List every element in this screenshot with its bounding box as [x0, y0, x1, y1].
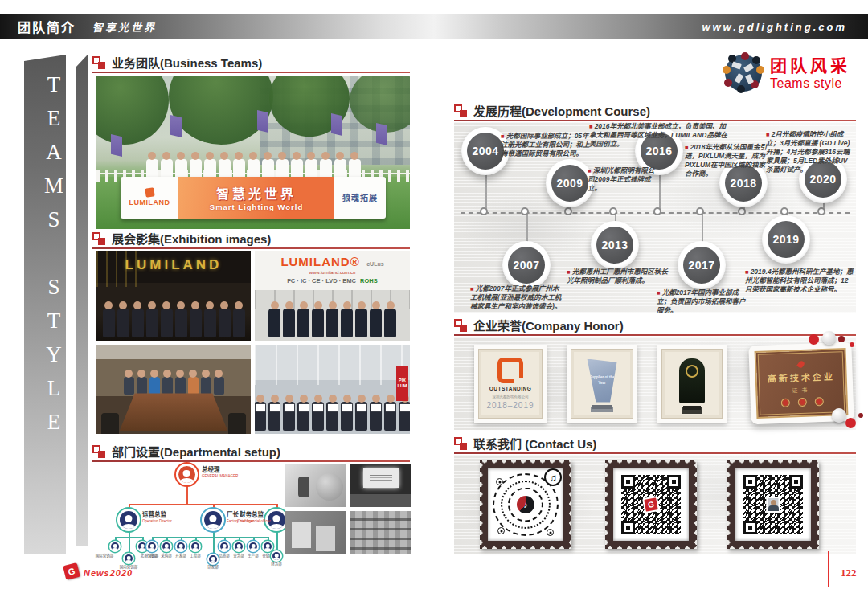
org-node-dept — [190, 541, 201, 552]
org-dept-label: 国际营销部 — [94, 554, 115, 558]
org-node-factory — [202, 509, 224, 531]
org-node-dept — [219, 541, 230, 552]
paper — [735, 73, 744, 84]
plaque-icon — [679, 358, 705, 403]
certification-marks: FC · IC · CE · LVD · EMC ROHS — [255, 277, 410, 284]
paper — [731, 61, 742, 69]
timeline-node — [738, 207, 746, 215]
news-label: News2020 — [84, 568, 133, 578]
gd-logo-icon: G — [642, 496, 660, 513]
badge-text: 团队风采 Teams style — [770, 55, 850, 91]
seal-icon — [814, 397, 823, 406]
purple-flag — [376, 123, 387, 145]
banner-right-logo: 狼魂拓展 — [334, 177, 386, 219]
booth-sign: LUMILAND — [96, 257, 251, 273]
milestone-note-2007: 光都2007年正式参展广州木工机械展(亚洲最权威的木工机械家具生产和室内装饰盛会… — [470, 284, 565, 311]
ul-mark-icon: cULus — [366, 261, 383, 267]
org-line — [129, 504, 277, 505]
heading-underline — [454, 120, 856, 121]
development-heading: 发展历程(Development Course) — [454, 101, 650, 117]
trophy-base — [592, 405, 612, 409]
exhibition-photo-grid: LUMILAND LUMILAND® cULus www.lumiland.co… — [96, 251, 410, 434]
decor-dot — [850, 342, 854, 347]
decor-dot — [809, 334, 819, 345]
org-node-operation — [117, 509, 140, 531]
contact-person-photo — [767, 497, 780, 513]
wall-brand-row: LUMILAND® cULus — [255, 255, 410, 269]
person-dot — [724, 79, 732, 87]
sidebar-gradient-bar: TEAMS STYLE — [24, 55, 66, 554]
decor-dot — [845, 418, 856, 428]
person-dot — [723, 66, 731, 74]
exhibition-photo-booth: LUMILAND — [96, 251, 251, 341]
org-node-dept — [207, 554, 219, 565]
milestone-2013: 2013 — [591, 221, 639, 269]
company-qr-code: G — [621, 475, 681, 534]
milestone-note-2009: 深圳光都照明有限公司2009年正式挂牌成立。 — [588, 166, 657, 193]
dept-photo-warehouse — [350, 511, 411, 554]
org-node-dept — [262, 541, 273, 552]
award-supplier-trophy: Supplier of the Year — [567, 345, 637, 423]
honor-heading: 企业荣誉(Company Honor) — [454, 316, 624, 332]
qr-finder — [743, 475, 757, 489]
exhibition-photo-meeting — [96, 345, 251, 434]
seal-icon — [797, 397, 806, 406]
wechat-qr-code — [743, 475, 803, 534]
booth-crowd — [96, 309, 251, 337]
section-square-icon — [454, 319, 467, 332]
header-divider — [84, 20, 84, 33]
timeline-node — [817, 207, 825, 215]
org-dept-label: 工程部 — [185, 554, 206, 558]
seal-icon — [780, 398, 789, 407]
heading-underline — [92, 247, 410, 249]
qr-finder — [667, 475, 681, 489]
dept-photo-machines — [285, 511, 346, 554]
org-dept-label: 研发部 — [203, 566, 223, 570]
qr-finder — [789, 475, 803, 489]
org-node-dept — [175, 541, 186, 552]
team-banner: LUMILAND 智慧光世界 Smart Lighting World 狼魂拓展 — [121, 177, 386, 219]
org-node-dept — [233, 541, 244, 552]
person-dot — [741, 52, 749, 60]
org-node-dept — [248, 541, 259, 552]
contact-panel: ♪ ♫ G — [454, 455, 856, 554]
org-node-dept — [146, 541, 158, 552]
wall-crowd — [255, 309, 410, 337]
chair — [101, 413, 119, 434]
exhibition-photo-group: PIX LUM — [255, 345, 410, 434]
gd-footer-logo: G — [63, 562, 80, 580]
header-slogan: 智享光世界 — [92, 19, 157, 35]
org-node-dept — [271, 550, 282, 562]
milestone-2017: 2017 — [678, 241, 726, 289]
page-title: 团队简介 — [18, 17, 76, 36]
decor-dot — [838, 336, 845, 342]
purple-flag — [170, 115, 182, 137]
dept-photo-office — [285, 464, 346, 507]
milestone-2009: 2009 — [546, 159, 594, 207]
qr-finder — [621, 521, 635, 534]
departments-heading: 部门设置(Departmental setup) — [92, 442, 280, 458]
banner-left-logo: LUMILAND — [121, 177, 178, 219]
qr-finder — [743, 521, 757, 534]
company-qr-stamp: G — [605, 460, 697, 549]
timeline-node — [653, 207, 661, 215]
org-label-operation: 运营总监 Operation Director — [142, 512, 172, 523]
page-number: 122 — [841, 567, 857, 579]
org-node-dept — [109, 541, 121, 552]
tiktok-icon: ♫ — [544, 468, 562, 486]
banner-center: 智慧光世界 Smart Lighting World — [178, 177, 334, 219]
award-dark-plaque — [657, 345, 727, 423]
award-outstanding: OUTSTANDING 深圳光都照明有限公司 2018–2019 — [474, 345, 547, 423]
decor-dot — [832, 408, 846, 423]
business-teams-heading: 业务团队(Business Teams) — [92, 53, 262, 69]
milestone-note-2004: 光都国际事业部成立；05年注册光都工业有限公司；和上海帝通国际贸易有限公司。 — [501, 132, 591, 158]
timeline-node — [696, 207, 704, 215]
person-dot — [752, 56, 760, 64]
group-crowd — [255, 402, 410, 431]
milestone-2007: 2007 — [502, 241, 551, 289]
business-teams-photo: LUMILAND 智慧光世界 Smart Lighting World 狼魂拓展 — [96, 76, 410, 229]
qr-register-mark — [547, 529, 554, 536]
milestone-note-2017: 光都2017年国内事业部成立；负责国内市场拓展和客户服务。 — [657, 288, 747, 315]
org-chart: 总经理 GENERAL MANAGER 运营总监 Operation Direc… — [92, 462, 282, 565]
exhibition-photo-wall: LUMILAND® cULus www.lumiland.com.cn FC ·… — [255, 251, 410, 341]
